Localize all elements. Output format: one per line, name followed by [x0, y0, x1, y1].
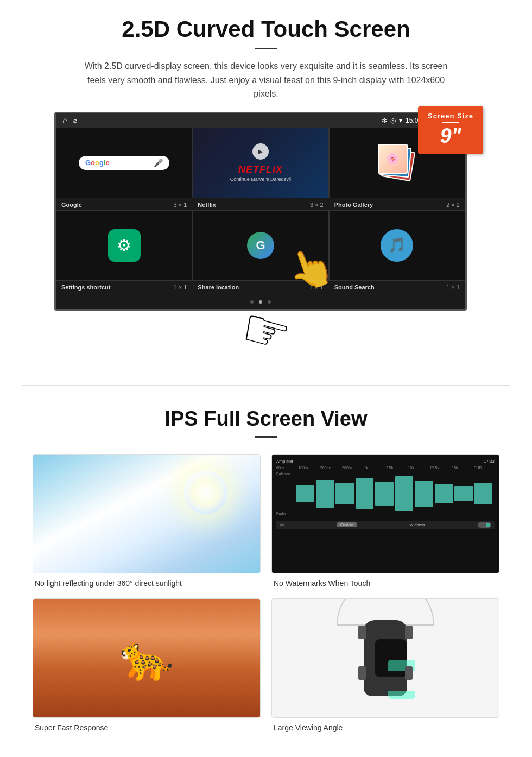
- netflix-size: 3 × 2: [310, 201, 324, 208]
- eq-bar-1: [296, 485, 314, 502]
- wheel-front-left: [358, 626, 366, 639]
- app-label-google: Google 3 × 1: [56, 201, 192, 208]
- car-with-arc: [358, 615, 413, 702]
- app-cell-sound-search[interactable]: 🎵: [329, 210, 465, 281]
- sun-glow: [184, 471, 227, 514]
- fader-label: Fader: [276, 512, 293, 515]
- app-label-settings: Settings shortcut 1 × 1: [56, 284, 192, 291]
- section-ips: IPS Full Screen View No light reflecting…: [0, 396, 532, 748]
- app-labels-row2: Settings shortcut 1 × 1 Share location 1…: [56, 281, 465, 293]
- eq-bar-8: [435, 484, 453, 503]
- app-grid-row1: Google 🎤 ▶ NETFLIX Continue Marvel's Dar…: [56, 128, 465, 198]
- badge-size: 9": [440, 124, 461, 147]
- balance-label: Balance: [276, 472, 293, 476]
- freq-15k: 15k: [452, 466, 472, 470]
- cheetah-background: 🐆: [33, 599, 260, 717]
- eq-bar-10: [474, 483, 493, 504]
- eq-side-labels: Balance Fader: [276, 472, 495, 515]
- google-label: Google: [61, 201, 82, 208]
- feature-label-viewing: Large Viewing Angle: [271, 723, 499, 732]
- app-label-sound: Sound Search 1 × 1: [329, 284, 465, 291]
- photo-size: 2 × 2: [446, 201, 460, 208]
- loudness-label: loudness: [409, 523, 425, 527]
- eq-controls: << Custom loudness: [276, 521, 495, 529]
- screen-mockup: Screen Size 9" ⌂ ⌀ ✻ ◎ ▾ 15:06 ⊡: [54, 112, 478, 311]
- feature-no-light: No light reflecting under 360° direct su…: [33, 454, 261, 588]
- netflix-subtitle: Continue Marvel's Daredevil: [230, 176, 291, 182]
- freq-200hz: 200hz: [320, 466, 341, 470]
- feature-img-eq: Amplifier 17:33 60hz 100hz 200hz 500hz 1…: [271, 454, 499, 573]
- app-cell-google[interactable]: Google 🎤: [56, 128, 192, 198]
- feature-label-fast: Super Fast Response: [33, 723, 261, 732]
- badge-title: Screen Size: [428, 112, 473, 120]
- feature-no-watermarks: Amplifier 17:33 60hz 100hz 200hz 500hz 1…: [271, 454, 499, 588]
- section-curved-touch: 2.5D Curved Touch Screen With 2.5D curve…: [0, 0, 532, 374]
- eq-prev-icon[interactable]: <<: [280, 523, 284, 527]
- share-label: Share location: [198, 284, 239, 291]
- status-bar-left: ⌂ ⌀: [62, 116, 77, 125]
- sound-size: 1 × 1: [446, 284, 460, 291]
- photo-card-front: 🌸: [378, 144, 408, 174]
- app-cell-settings[interactable]: ⚙: [56, 210, 192, 281]
- car-rear-window: [388, 691, 415, 699]
- app-label-netflix: Netflix 3 × 2: [192, 201, 328, 208]
- eq-bar-5: [375, 482, 394, 506]
- netflix-logo: NETFLIX: [238, 164, 283, 175]
- eq-bar-7: [415, 481, 433, 507]
- freq-sub: SUB: [474, 466, 495, 470]
- app-cell-netflix[interactable]: ▶ NETFLIX Continue Marvel's Daredevil: [192, 128, 328, 198]
- eq-header: Amplifier 17:33: [276, 459, 495, 464]
- eq-screen: Amplifier 17:33 60hz 100hz 200hz 500hz 1…: [272, 455, 499, 573]
- sky-background: [33, 455, 260, 573]
- location-icon: ◎: [390, 117, 396, 124]
- section2-title: IPS Full Screen View: [33, 407, 499, 431]
- car-silhouette: [358, 615, 413, 702]
- netflix-label: Netflix: [198, 201, 216, 208]
- sound-label: Sound Search: [334, 284, 375, 291]
- feature-label-watermarks: No Watermarks When Touch: [271, 579, 499, 588]
- feature-img-cheetah: 🐆: [33, 598, 261, 718]
- home-icon[interactable]: ⌂: [62, 116, 68, 125]
- wheel-rear-left: [358, 666, 366, 680]
- feature-label-no-light: No light reflecting under 360° direct su…: [33, 579, 261, 588]
- photo-stack: 🌸: [378, 144, 416, 182]
- app-grid-row2: ⚙ G 👆 🎵: [56, 210, 465, 281]
- app-labels-row1: Google 3 × 1 Netflix 3 × 2 Photo Gallery…: [56, 198, 465, 210]
- wheel-front-right: [405, 626, 413, 639]
- bluetooth-icon: ✻: [382, 117, 387, 124]
- car-top-view-container: [272, 599, 499, 717]
- settings-icon: ⚙: [108, 229, 141, 262]
- eq-bar-6: [395, 476, 414, 511]
- section2-divider: [255, 436, 277, 438]
- freq-12-5k: 12.5k: [430, 466, 451, 470]
- google-search-bar[interactable]: Google 🎤: [79, 156, 169, 170]
- usb-icon: ⌀: [73, 117, 77, 124]
- play-button[interactable]: ▶: [252, 143, 269, 160]
- badge-divider: [442, 122, 459, 123]
- screen-frame: ⌂ ⌀ ✻ ◎ ▾ 15:06 ⊡ ◁) ⊠ ▭: [54, 112, 467, 311]
- eq-custom-label[interactable]: Custom: [337, 522, 357, 527]
- status-bar: ⌂ ⌀ ✻ ◎ ▾ 15:06 ⊡ ◁) ⊠ ▭: [56, 113, 465, 128]
- section1-title: 2.5D Curved Touch Screen: [33, 16, 499, 42]
- feature-viewing-angle: Large Viewing Angle: [271, 598, 499, 732]
- app-label-photo: Photo Gallery 2 × 2: [329, 201, 465, 208]
- freq-10k: 10k: [408, 466, 428, 470]
- eq-bar-3: [335, 483, 354, 504]
- feature-img-car: [271, 598, 499, 718]
- photo-label: Photo Gallery: [334, 201, 373, 208]
- mic-icon[interactable]: 🎤: [154, 159, 163, 167]
- section1-description: With 2.5D curved-display screen, this de…: [76, 59, 456, 101]
- car-roof: [375, 639, 407, 677]
- car-body: [364, 620, 407, 696]
- app-cell-share-location[interactable]: G 👆: [192, 210, 328, 281]
- freq-60hz: 60hz: [276, 466, 297, 470]
- freq-2-5k: 2.5k: [386, 466, 407, 470]
- google-logo: Google: [85, 159, 110, 167]
- eq-bars-container: [294, 472, 495, 515]
- feature-grid: No light reflecting under 360° direct su…: [33, 454, 499, 732]
- eq-balance-fader: Balance Fader: [276, 472, 293, 515]
- loudness-toggle[interactable]: [478, 522, 491, 528]
- cheetah-emoji: 🐆: [119, 633, 174, 684]
- wheel-rear-right: [405, 666, 413, 680]
- eq-amplifier-label: Amplifier: [276, 459, 293, 464]
